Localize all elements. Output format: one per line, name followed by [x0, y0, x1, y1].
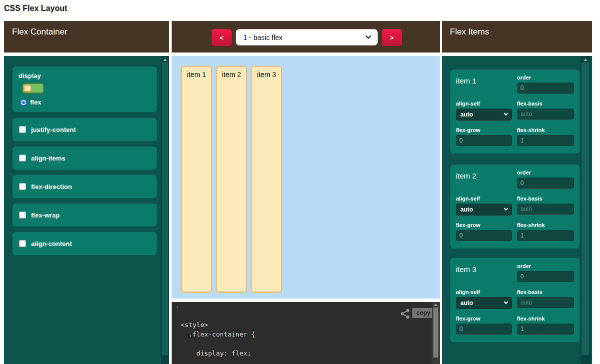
flex-grow-label: flex-grow: [456, 316, 512, 322]
code-line: display: flex;: [181, 350, 255, 359]
flex-radio[interactable]: [20, 99, 27, 106]
item-card-title: item 2: [456, 170, 512, 191]
code-panel: . copy <style> .flex-container { display…: [172, 302, 440, 364]
align-self-select[interactable]: auto: [456, 204, 512, 216]
flex-container-panel: display flex justify-content align-items…: [4, 56, 169, 364]
align-content-label: align-content: [31, 240, 72, 248]
display-label: display: [19, 72, 41, 80]
code-caret-dot: .: [176, 301, 178, 309]
flex-shrink-input[interactable]: [517, 230, 574, 241]
preview-flex-item: item 2: [216, 66, 247, 292]
flex-grow-input[interactable]: [456, 135, 512, 146]
code-line: <style>: [181, 321, 255, 330]
left-scrollbar-thumb[interactable]: [162, 62, 168, 355]
flex-basis-label: flex-basis: [517, 196, 574, 202]
order-label: order: [517, 74, 574, 80]
order-input[interactable]: [517, 271, 574, 282]
flex-basis-input[interactable]: [517, 204, 574, 214]
toggle-knob-icon: [24, 84, 32, 92]
right-scrollbar-thumb[interactable]: [581, 62, 589, 355]
flex-radio-label: flex: [30, 98, 41, 106]
flex-basis-input[interactable]: [517, 297, 574, 308]
align-self-label: align-self: [456, 289, 512, 295]
order-input[interactable]: [517, 178, 574, 188]
copy-button[interactable]: copy: [412, 308, 434, 318]
right-panel-scrollbar[interactable]: [580, 56, 590, 364]
align-self-label: align-self: [456, 196, 512, 202]
code-text: <style> .flex-container { display: flex;: [181, 321, 255, 359]
align-self-label: align-self: [456, 100, 512, 106]
flex-direction-card[interactable]: flex-direction: [13, 175, 157, 198]
flex-shrink-label: flex-shrink: [517, 127, 574, 133]
item-card-title: item 1: [456, 74, 512, 96]
code-line: [181, 340, 255, 350]
justify-content-label: justify-content: [31, 126, 76, 134]
flex-basis-label: flex-basis: [517, 289, 574, 295]
align-self-select[interactable]: auto: [456, 297, 512, 309]
align-items-checkbox[interactable]: [19, 154, 26, 162]
flex-container-title: Flex Container: [12, 27, 68, 37]
order-input[interactable]: [517, 82, 574, 94]
flex-shrink-label: flex-shrink: [517, 222, 574, 228]
flex-container-header: Flex Container: [4, 21, 169, 52]
prev-example-button[interactable]: <: [212, 29, 232, 46]
flex-shrink-label: flex-shrink: [517, 316, 574, 322]
flex-wrap-card[interactable]: flex-wrap: [13, 204, 157, 226]
preview-flex-item: item 3: [251, 66, 282, 292]
item-1-card: item 1 order align-self auto flex-basis …: [450, 70, 579, 154]
example-select[interactable]: 1 - basic flex: [236, 29, 378, 46]
align-content-card[interactable]: align-content: [13, 232, 157, 255]
item-card-title: item 3: [456, 263, 512, 284]
next-example-button[interactable]: >: [382, 29, 402, 46]
flex-direction-checkbox[interactable]: [19, 183, 26, 190]
flex-items-title: Flex Items: [450, 27, 489, 37]
flex-grow-input[interactable]: [456, 230, 512, 241]
code-line: .flex-container {: [181, 330, 255, 340]
justify-content-checkbox[interactable]: [19, 126, 26, 133]
flex-grow-label: flex-grow: [456, 127, 512, 133]
order-label: order: [517, 170, 574, 176]
display-toggle[interactable]: [22, 83, 44, 94]
flex-items-header: Flex Items - 3 +: [442, 21, 592, 52]
justify-content-card[interactable]: justify-content: [13, 118, 157, 141]
flex-preview-area: item 1 item 2 item 3: [172, 56, 440, 298]
example-select-wrap: 1 - basic flex: [236, 29, 378, 46]
align-content-checkbox[interactable]: [19, 240, 26, 247]
display-card: display flex: [13, 66, 157, 112]
page-title: CSS Flex Layout: [4, 4, 67, 13]
left-panel-scrollbar[interactable]: [161, 56, 169, 364]
flex-direction-label: flex-direction: [31, 183, 72, 190]
flex-wrap-label: flex-wrap: [31, 212, 60, 219]
flex-shrink-input[interactable]: [517, 324, 574, 334]
flex-shrink-input[interactable]: [517, 135, 574, 146]
code-scrollbar-thumb[interactable]: [433, 308, 438, 358]
preview-flex-item: item 1: [181, 66, 212, 292]
item-2-card: item 2 order align-self auto flex-basis …: [450, 164, 579, 248]
flex-wrap-checkbox[interactable]: [19, 212, 26, 218]
code-scrollbar[interactable]: [432, 302, 440, 364]
align-self-select[interactable]: auto: [456, 108, 512, 120]
item-3-card: item 3 order align-self auto flex-basis …: [450, 258, 579, 342]
order-label: order: [517, 263, 574, 269]
scroll-up-icon[interactable]: [163, 58, 167, 61]
scroll-up-icon[interactable]: [583, 58, 587, 61]
flex-basis-input[interactable]: [517, 108, 574, 120]
align-items-label: align-items: [31, 154, 66, 162]
share-icon[interactable]: [400, 308, 410, 319]
flex-items-panel: item 1 order align-self auto flex-basis …: [442, 56, 592, 364]
scroll-up-icon[interactable]: [434, 304, 438, 306]
align-items-card[interactable]: align-items: [13, 146, 157, 170]
flex-grow-label: flex-grow: [456, 222, 512, 228]
flex-basis-label: flex-basis: [517, 100, 574, 106]
flex-grow-input[interactable]: [456, 324, 512, 334]
